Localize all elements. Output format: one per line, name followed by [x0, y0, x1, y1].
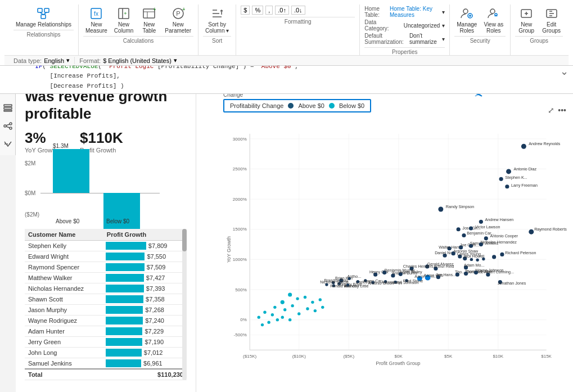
format-value[interactable]: $ English (United States)	[103, 57, 172, 64]
dot-douglas	[492, 255, 496, 259]
format-label: Format:	[79, 57, 101, 64]
dot-andrew-reynolds	[521, 144, 526, 149]
right-panel: ENTERPRISE DNA ⤢ ••• Profit Growth Group…	[196, 79, 573, 392]
dot-below4	[273, 306, 276, 309]
new-measure-label: NewMeasure	[85, 21, 107, 34]
default-summarization-value[interactable]: Don't summarize	[409, 33, 440, 45]
main-content: Was revenue growth profitable 3% YoY Gro…	[16, 79, 573, 392]
svg-rect-12	[38, 8, 42, 12]
svg-text:$5K: $5K	[444, 354, 453, 359]
dot-below3	[296, 297, 299, 300]
dot-below1	[288, 292, 292, 296]
data-type-value[interactable]: English	[44, 57, 64, 64]
chart-legend[interactable]: Profitability Change Above $0 Below $0	[223, 99, 371, 112]
customer-name-cell: Jason Murphy	[25, 305, 103, 316]
dot-antonio-diaz	[506, 169, 511, 174]
customer-name-cell: Samuel Jenkins	[25, 358, 103, 370]
svg-text:Albert Cunning...: Albert Cunning...	[484, 270, 514, 274]
new-parameter-label: NewParameter	[165, 21, 191, 34]
manage-relationships-label: Manage Relationships	[16, 21, 71, 28]
left-panel: Was revenue growth profitable 3% YoY Gro…	[16, 79, 196, 392]
profit-growth-value: $110K	[80, 129, 123, 147]
profit-value-cell: $7,358	[103, 294, 187, 305]
svg-text:Adam Bailey: Adam Bailey	[400, 270, 423, 274]
svg-text:Arthur Reid: Arthur Reid	[434, 264, 454, 269]
dot-addi	[470, 258, 473, 261]
chart-expand-button[interactable]: ⤢	[548, 106, 554, 115]
ribbon-group-sort-title: Sort	[203, 36, 231, 44]
new-table-label: NewTable	[142, 21, 156, 34]
sort-by-column-button[interactable]: Sort byColumn ▾	[203, 4, 231, 35]
table-total-row: Total $110,230	[25, 369, 187, 380]
profit-value-cell: $7,190	[103, 337, 187, 348]
below-zero-bar	[103, 193, 140, 230]
ribbon-group-security-title: Security	[454, 36, 506, 44]
new-group-label: NewGroup	[518, 21, 534, 34]
customer-name-cell: Raymond Spencer	[25, 262, 103, 273]
manage-relationships-button[interactable]: Manage Relationships	[13, 4, 74, 29]
y-axis-label: YoY Growth	[226, 236, 232, 263]
home-table-value[interactable]: Home Table: Key Measures	[390, 6, 440, 18]
svg-text:Jack Howell: Jack Howell	[463, 254, 485, 259]
data-category-value[interactable]: Uncategorized	[404, 22, 440, 29]
format-decrease-decimal-btn[interactable]: .0↓	[291, 6, 305, 15]
table-scrollbar-thumb[interactable]	[182, 229, 187, 251]
ribbon-group-calculations: fx NewMeasure + NewColumn + NewTable	[79, 4, 198, 55]
profit-bar	[106, 338, 143, 346]
profit-bar-value: $7,190	[145, 339, 164, 345]
formula-expand-button[interactable]: ⌄	[560, 65, 569, 78]
customer-name-cell: Wayne Rodriguez	[25, 316, 103, 326]
data-type-label: Data type:	[13, 57, 42, 64]
svg-text:Andrew Reynolds: Andrew Reynolds	[529, 142, 560, 146]
ribbon-group-properties-title: Properties	[364, 47, 445, 55]
legend-label: Profitability Change	[230, 102, 283, 109]
below-bar-label: Below $0	[106, 218, 129, 224]
dot-below9	[319, 298, 322, 301]
above-bar-value: $1.3M	[53, 143, 69, 149]
edit-groups-button[interactable]: EditGroups	[540, 4, 563, 35]
customer-name-cell: Jerry Green	[25, 337, 103, 348]
sidebar-icon-model[interactable]	[1, 119, 15, 133]
sidebar-icon-data[interactable]	[1, 101, 15, 115]
table-row: Stephen Kelly$7,809	[25, 241, 187, 251]
dot-below16	[281, 316, 284, 319]
data-category-label: Data Category:	[364, 19, 401, 31]
dot-mid1	[476, 259, 479, 262]
dot-below17	[288, 318, 291, 321]
profit-bar-value: $7,229	[145, 328, 164, 335]
view-as-roles-button[interactable]: View asRoles	[481, 4, 506, 35]
table-scrollbar-track[interactable]	[182, 229, 187, 380]
new-table-button[interactable]: + NewTable	[138, 4, 160, 35]
home-table-label: Home Table:	[364, 6, 387, 18]
new-parameter-button[interactable]: P+ NewParameter	[163, 4, 193, 35]
format-dollar-btn[interactable]: $	[241, 6, 250, 15]
table-row: Shawn Scott$7,358	[25, 294, 187, 305]
svg-text:+: +	[124, 11, 127, 16]
format-increase-decimal-btn[interactable]: .0↑	[275, 6, 289, 15]
profit-bar	[106, 285, 144, 292]
profit-bar	[106, 295, 143, 303]
customer-table-container: Customer Name Profit Growth Stephen Kell…	[25, 229, 187, 380]
data-type-section: Data type: English ▾	[9, 57, 75, 64]
chart-options-button[interactable]: •••	[558, 106, 566, 115]
profit-bar	[106, 359, 141, 367]
profit-value-cell: $7,393	[103, 283, 187, 294]
sidebar-icon-dax[interactable]	[1, 137, 15, 151]
svg-rect-14	[41, 15, 46, 19]
svg-line-10	[6, 127, 10, 128]
format-percent-btn[interactable]: %	[252, 6, 263, 15]
format-comma-btn[interactable]: ,	[265, 6, 273, 15]
svg-rect-13	[44, 8, 49, 12]
new-group-button[interactable]: NewGroup	[515, 4, 538, 35]
dot-below5	[283, 308, 286, 311]
svg-point-8	[10, 127, 12, 129]
table-row: Samuel Jenkins$6,961	[25, 358, 187, 370]
table-row: Wayne Rodriguez$7,240	[25, 316, 187, 326]
table-row: Jason Murphy$7,268	[25, 305, 187, 316]
svg-text:+: +	[182, 7, 185, 12]
new-measure-button[interactable]: fx NewMeasure	[83, 4, 110, 35]
chart-controls: ⤢ •••	[548, 106, 566, 115]
manage-roles-button[interactable]: ManageRoles	[454, 4, 479, 35]
col-header-customer: Customer Name	[25, 229, 103, 241]
new-column-button[interactable]: + NewColumn	[112, 4, 136, 35]
